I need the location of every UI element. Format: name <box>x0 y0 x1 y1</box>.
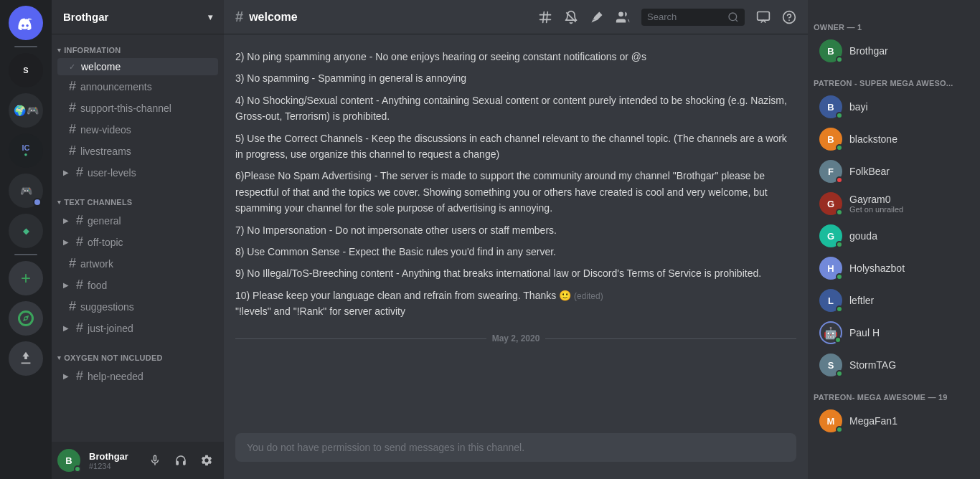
member-name-stormtag: StormTAG <box>849 359 896 371</box>
member-avatar-gayram0: G <box>819 192 842 215</box>
member-brothgar[interactable]: B Brothgar <box>814 35 974 67</box>
channel-name-just-joined: just-joined <box>88 323 133 334</box>
channel-item-off-topic[interactable]: ▶ # off-topic <box>57 232 218 252</box>
server-icon-1[interactable]: S <box>9 53 43 87</box>
channel-item-user-levels[interactable]: ▶ # user-levels <box>57 162 218 183</box>
channel-item-artwork[interactable]: # artwork <box>57 253 218 274</box>
server-icon-3[interactable]: IC ● <box>9 133 43 168</box>
user-settings-button[interactable] <box>195 449 218 472</box>
channel-item-help-needed[interactable]: ▶ # help-needed <box>57 366 218 386</box>
text-channels-category[interactable]: ▾ TEXT CHANNELS <box>52 198 224 209</box>
member-gayram0[interactable]: G Gayram0 Get on unrailed <box>814 188 974 219</box>
message-1: 2) No ping spamming anyone - No one enjo… <box>224 46 808 67</box>
expand-arrow-icon: ▶ <box>63 238 72 246</box>
text-channels-section: ▾ TEXT CHANNELS ▶ # general ▶ # off-topi… <box>52 186 224 342</box>
member-leftler[interactable]: L leftler <box>814 285 974 316</box>
section-chevron-icon-3: ▾ <box>57 354 61 361</box>
member-name-gayram0: Gayram0 <box>849 194 903 205</box>
member-holyshazbot[interactable]: H Holyshazbot <box>814 252 974 284</box>
search-bar[interactable]: Search <box>641 9 745 26</box>
member-paulh[interactable]: 🤖 Paul H <box>814 317 974 348</box>
member-gouda[interactable]: G gouda <box>814 220 974 252</box>
hash-icon: # <box>69 79 76 94</box>
download-apps-button[interactable] <box>9 341 43 376</box>
member-blackstone[interactable]: B blackstone <box>814 123 974 155</box>
hash-icon: # <box>76 278 83 293</box>
member-mega-1[interactable]: M MegaFan1 <box>814 405 974 437</box>
server-icon-2[interactable]: 🌍🎮 <box>9 93 43 128</box>
owner-group-header: OWNER — 1 <box>808 11 980 34</box>
channel-item-general[interactable]: ▶ # general <box>57 210 218 231</box>
member-avatar-brothgar: B <box>819 39 842 62</box>
current-user-name: Brothgar <box>89 451 128 462</box>
channel-item-livestreams[interactable]: # livestreams <box>57 141 218 161</box>
help-icon[interactable] <box>782 10 796 24</box>
inbox-icon[interactable] <box>756 10 771 24</box>
server-icon-5[interactable]: ◆ <box>9 214 43 248</box>
message-5: 6)Please No Spam Advertising - The serve… <box>224 165 808 219</box>
hash-icon: # <box>69 122 76 137</box>
member-avatar-holyshazbot: H <box>819 257 842 280</box>
information-category[interactable]: ▾ INFORMATION <box>52 46 224 57</box>
channel-name-help-needed: help-needed <box>88 371 143 382</box>
svg-point-3 <box>729 13 737 21</box>
hash-icon: # <box>76 165 83 180</box>
message-text-3: 4) No Shocking/Sexual content - Anything… <box>235 95 787 122</box>
message-extra-text: "!levels" and "!Rank" for server activit… <box>235 305 405 317</box>
channel-item-food[interactable]: ▶ # food <box>57 275 218 295</box>
member-info-folkbear: FolkBear <box>849 166 890 177</box>
hash-icon: # <box>69 256 76 271</box>
member-bayi[interactable]: B bayi <box>814 91 974 123</box>
member-avatar-mega-1: M <box>819 409 842 432</box>
current-user-tag: #1234 <box>89 462 128 470</box>
discord-home-button[interactable] <box>9 6 43 40</box>
message-text-7: 8) Use Common Sense - Expect the Basic r… <box>235 246 556 257</box>
explore-button[interactable] <box>9 301 43 336</box>
deafen-button[interactable] <box>169 449 192 472</box>
expand-arrow-icon: ▶ <box>63 169 72 176</box>
message-9: 10) Please keep your language clean and … <box>224 285 808 323</box>
channel-name-general: general <box>88 215 121 227</box>
channel-item-new-videos[interactable]: # new-videos <box>57 119 218 140</box>
member-info-leftler: leftler <box>849 295 874 306</box>
members-icon[interactable] <box>616 10 630 24</box>
message-2: 3) No spamming - Spamming in general is … <box>224 67 808 89</box>
channel-name-new-videos: new-videos <box>80 124 131 136</box>
channel-item-support[interactable]: # support-this-channel <box>57 98 218 118</box>
pin-icon[interactable] <box>590 10 604 24</box>
patreon-mega-header: PATREON- MEGA AWESOME — 19 <box>808 381 980 404</box>
server-icon-4[interactable]: 🎮 <box>9 174 43 208</box>
message-text-9: 10) Please keep your language clean and … <box>235 290 603 301</box>
channel-title: welcome <box>249 11 298 24</box>
channel-item-welcome[interactable]: ✓ welcome <box>57 58 218 75</box>
member-info-blackstone: blackstone <box>849 133 897 145</box>
main-chat-area: # welcome Search <box>224 0 808 479</box>
oxygen-category[interactable]: ▾ OXYGEN NOT INCLUDED <box>52 354 224 365</box>
add-server-button[interactable]: + <box>9 261 43 295</box>
member-name-holyshazbot: Holyshazbot <box>849 262 905 274</box>
member-folkbear[interactable]: F FolkBear <box>814 156 974 187</box>
notification-bell-icon[interactable] <box>564 10 578 24</box>
message-7: 8) Use Common Sense - Expect the Basic r… <box>224 241 808 262</box>
member-info-bayi: bayi <box>849 101 868 113</box>
mute-microphone-button[interactable] <box>143 449 166 472</box>
hash-icon: # <box>76 213 83 228</box>
hash-icon: # <box>69 143 76 158</box>
section-chevron-icon-2: ▾ <box>57 199 61 206</box>
top-bar-icons: Search <box>538 9 796 26</box>
information-label: INFORMATION <box>64 46 121 54</box>
member-stormtag[interactable]: S StormTAG <box>814 349 974 381</box>
member-name-brothgar: Brothgar <box>849 45 888 57</box>
text-channels-label: TEXT CHANNELS <box>64 198 132 207</box>
channel-item-announcements[interactable]: # announcements <box>57 76 218 97</box>
server-divider-2 <box>14 254 37 255</box>
channel-item-just-joined[interactable]: ▶ # just-joined <box>57 318 218 338</box>
channel-item-suggestions[interactable]: # suggestions <box>57 296 218 317</box>
member-name-gouda: gouda <box>849 230 877 242</box>
server-name-bar[interactable]: Brothgar ▾ <box>52 0 224 34</box>
hashtag-icon[interactable] <box>538 10 552 24</box>
message-3: 4) No Shocking/Sexual content - Anything… <box>224 90 808 128</box>
message-8: 9) No Illegal/ToS-Breeching content - An… <box>224 262 808 284</box>
user-controls-bar: B Brothgar #1234 <box>52 442 224 479</box>
svg-line-4 <box>735 19 738 22</box>
